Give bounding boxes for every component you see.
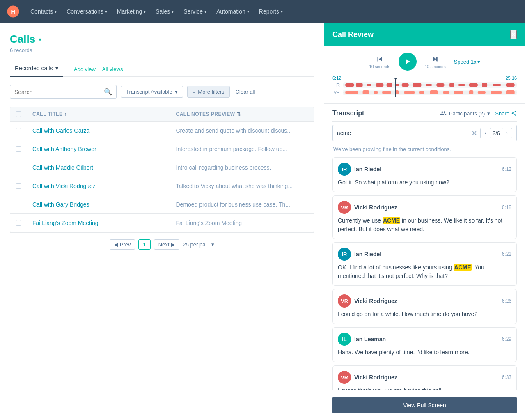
chevron-down-icon: ▾: [55, 9, 57, 14]
transcript-prev-match-button[interactable]: ‹: [480, 128, 491, 138]
speaker-name: Vicki Rodriguez: [354, 298, 499, 304]
row-checkbox[interactable]: [16, 128, 21, 133]
row-checkbox-cell: [10, 159, 27, 176]
all-views-link[interactable]: All views: [102, 66, 123, 72]
row-checkbox[interactable]: [16, 165, 21, 170]
page-title: Calls: [10, 33, 35, 46]
transcript-message: VR Vicki Rodriguez 6:33 I guess that's w…: [332, 365, 517, 390]
transcript-search-input[interactable]: [337, 130, 468, 136]
search-highlight: ACME: [454, 264, 471, 271]
speed-button[interactable]: Speed 1x ▾: [454, 59, 480, 65]
chevron-down-icon: ▾: [55, 65, 58, 71]
svg-rect-7: [387, 83, 392, 87]
calls-table: CALL TITLE ↑ CALL NOTES PREVIEW ⇅ Call w…: [10, 107, 314, 232]
nav-item-reports[interactable]: Reports ▾: [255, 6, 287, 17]
participants-button[interactable]: Participants (2) ▾: [440, 110, 490, 117]
pre-transcript-text: We've been growing fine in the current c…: [332, 146, 517, 152]
call-notes-cell: Interested in premium package. Follow up…: [170, 140, 314, 158]
table-row: Call with Maddie Gilbert Intro call rega…: [10, 158, 314, 177]
row-checkbox-cell: [10, 196, 27, 213]
svg-text:H: H: [11, 9, 15, 15]
message-text: Got it. So what platform are you using n…: [338, 178, 511, 187]
search-input[interactable]: [14, 89, 104, 95]
message-text: Currently we use ACME in our business. W…: [338, 216, 511, 234]
nav-item-marketing[interactable]: Marketing ▾: [113, 6, 150, 17]
chevron-down-icon: ▾: [175, 89, 178, 95]
search-box: 🔍: [10, 85, 117, 99]
nav-item-automation[interactable]: Automation ▾: [212, 6, 253, 17]
nav-item-contacts[interactable]: Contacts ▾: [26, 6, 61, 17]
hubspot-logo[interactable]: H: [7, 5, 20, 18]
add-view-tab[interactable]: + Add view: [70, 66, 96, 72]
nav-item-conversations[interactable]: Conversations ▾: [62, 6, 111, 17]
nav-item-sales[interactable]: Sales ▾: [151, 6, 178, 17]
svg-rect-4: [356, 83, 363, 87]
avatar: IR: [338, 163, 351, 176]
transcript-search-nav: ‹ 2/6 ›: [480, 128, 512, 138]
chevron-down-icon[interactable]: ▾: [39, 36, 41, 43]
play-button[interactable]: [399, 53, 417, 71]
transcript-message: IL Ian Leaman 6:29 Haha. We have plenty …: [332, 327, 517, 362]
table-row: Fai Liang's Zoom Meeting Fai Liang's Zoo…: [10, 214, 314, 232]
view-fullscreen-button[interactable]: View Full Screen: [332, 397, 517, 413]
call-title-cell[interactable]: Call with Carlos Garza: [27, 122, 170, 140]
share-button[interactable]: Share: [495, 110, 517, 117]
panel-header: Call Review ×: [324, 23, 525, 46]
ir-waveform-track[interactable]: [343, 82, 517, 88]
transcript-search-box: ✕ ‹ 2/6 ›: [332, 125, 517, 141]
transcript-message: IR Ian Riedel 6:22 OK. I find a lot of b…: [332, 242, 517, 286]
vr-waveform-track[interactable]: [343, 90, 517, 95]
transcript-search-clear[interactable]: ✕: [472, 129, 477, 137]
call-title-cell[interactable]: Call with Anthony Brewer: [27, 140, 170, 158]
speaker-name: Ian Riedel: [354, 251, 499, 257]
tabs-row: Recorded calls ▾ + Add view All views: [10, 62, 314, 77]
top-navigation: H Contacts ▾ Conversations ▾ Marketing ▾…: [0, 0, 525, 23]
filters-row: 🔍 Transcript Available ▾ ≡ More filters …: [10, 85, 314, 99]
call-notes-cell: Create and send quote with discount disc…: [170, 122, 314, 140]
row-checkbox-cell: [10, 177, 27, 195]
forward-button[interactable]: 10 seconds: [425, 55, 446, 69]
per-page-selector[interactable]: 25 per pa... ▾: [183, 241, 214, 248]
call-title-cell[interactable]: Call with Gary Bridges: [27, 195, 170, 213]
call-title-cell[interactable]: Call with Vicki Rodriguez: [27, 177, 170, 195]
call-notes-header[interactable]: CALL NOTES PREVIEW ⇅: [170, 107, 314, 121]
transcript-message: VR Vicki Rodriguez 6:18 Currently we use…: [332, 195, 517, 239]
svg-rect-5: [367, 84, 371, 86]
svg-rect-11: [426, 84, 432, 86]
chevron-down-icon: ▾: [105, 9, 107, 14]
row-checkbox[interactable]: [16, 183, 21, 189]
panel-title: Call Review: [332, 30, 374, 39]
current-page-button[interactable]: 1: [138, 239, 150, 250]
close-button[interactable]: ×: [510, 30, 517, 39]
svg-rect-15: [469, 83, 478, 87]
transcript-filter-button[interactable]: Transcript Available ▾: [121, 86, 183, 98]
next-page-button[interactable]: Next ▶: [154, 239, 180, 250]
more-filters-button[interactable]: ≡ More filters: [187, 86, 230, 98]
message-time: 6:12: [502, 166, 511, 172]
player-controls: 10 seconds 10 seconds Speed 1x: [332, 53, 517, 71]
row-checkbox[interactable]: [16, 202, 21, 207]
call-title-cell[interactable]: Call with Maddie Gilbert: [27, 158, 170, 177]
svg-rect-26: [419, 91, 424, 94]
row-checkbox[interactable]: [16, 220, 21, 226]
row-checkbox-cell: [10, 122, 27, 139]
message-time: 6:22: [502, 251, 511, 257]
row-checkbox[interactable]: [16, 146, 21, 152]
transcript-next-match-button[interactable]: ›: [502, 128, 512, 138]
chevron-left-icon: ◀: [114, 241, 118, 248]
table-row: Call with Anthony Brewer Interested in p…: [10, 140, 314, 158]
call-notes-cell: Fai Liang's Zoom Meeting: [170, 214, 314, 232]
rewind-button[interactable]: 10 seconds: [369, 55, 390, 69]
call-notes-cell: Demoed product for business use case. Th…: [170, 195, 314, 213]
sort-icon: ⇅: [237, 111, 241, 117]
call-title-cell[interactable]: Fai Liang's Zoom Meeting: [27, 214, 170, 232]
svg-rect-3: [345, 83, 354, 87]
svg-rect-28: [443, 91, 449, 94]
table-row: Call with Carlos Garza Create and send q…: [10, 122, 314, 140]
nav-item-service[interactable]: Service ▾: [179, 6, 211, 17]
tab-recorded-calls[interactable]: Recorded calls ▾: [10, 62, 63, 77]
clear-all-button[interactable]: Clear all: [236, 89, 255, 95]
call-title-header[interactable]: CALL TITLE ↑: [27, 107, 170, 121]
select-all-checkbox[interactable]: [16, 111, 21, 117]
prev-page-button[interactable]: ◀ Prev: [110, 239, 135, 250]
